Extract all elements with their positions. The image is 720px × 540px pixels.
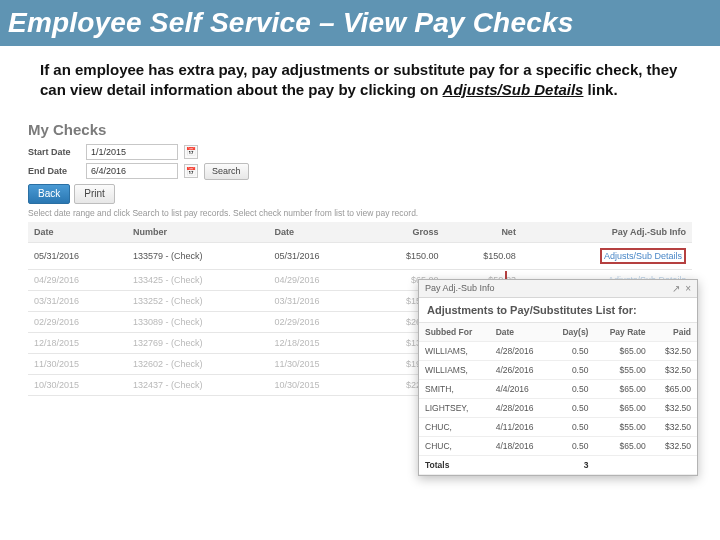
cell-date2: 05/31/2016 (268, 242, 367, 269)
pay-adj-sub-popup: Pay Adj.-Sub Info ↗ × Adjustments to Pay… (418, 279, 698, 476)
adjusts-sub-details-link[interactable]: Adjusts/Sub Details (604, 251, 682, 261)
cell-paid: $32.50 (652, 398, 697, 417)
end-date-row: End Date 📅 Search (28, 163, 692, 180)
end-date-input[interactable] (86, 163, 178, 179)
cell-sub-date: 4/28/2016 (490, 341, 549, 360)
cell-sub-date: 4/4/2016 (490, 379, 549, 398)
col-rate: Pay Rate (594, 323, 651, 342)
col-date: Date (28, 222, 127, 243)
col-paid: Paid (652, 323, 697, 342)
cell-paid: $65.00 (652, 379, 697, 398)
cell-subbed-for: WILLIAMS, (419, 341, 490, 360)
cell-sub-date: 4/11/2016 (490, 417, 549, 436)
calendar-icon[interactable]: 📅 (184, 164, 198, 178)
cell-subbed-for: LIGHTSEY, (419, 398, 490, 417)
cell-days: 0.50 (549, 398, 594, 417)
cell-sub-date: 4/18/2016 (490, 436, 549, 455)
popup-titlebar[interactable]: Pay Adj.-Sub Info ↗ × (419, 280, 697, 298)
my-checks-panel: My Checks Start Date 📅 End Date 📅 Search… (28, 121, 692, 396)
cell-date2: 10/30/2015 (268, 374, 367, 395)
desc-link-name: Adjusts/Sub Details (443, 81, 584, 98)
page-description: If an employee has extra pay, pay adjust… (0, 46, 720, 111)
start-date-input[interactable] (86, 144, 178, 160)
cell-date2: 11/30/2015 (268, 353, 367, 374)
col-info: Pay Adj.-Sub Info (522, 222, 692, 243)
table-row[interactable]: 05/31/2016133579 - (Check)05/31/2016$150… (28, 242, 692, 269)
cell-number: 132437 - (Check) (127, 374, 268, 395)
cell-date2: 03/31/2016 (268, 290, 367, 311)
totals-row: Totals3 (419, 455, 697, 474)
table-row: WILLIAMS,4/26/20160.50$55.00$32.50 (419, 360, 697, 379)
calendar-icon[interactable]: 📅 (184, 145, 198, 159)
cell-date: 10/30/2015 (28, 374, 127, 395)
col-date2: Date (268, 222, 367, 243)
cell-rate: $65.00 (594, 379, 651, 398)
print-button[interactable]: Print (74, 184, 115, 204)
cell-number: 132602 - (Check) (127, 353, 268, 374)
substitutes-table: Subbed For Date Day(s) Pay Rate Paid WIL… (419, 323, 697, 475)
cell-info: Adjusts/Sub Details (522, 242, 692, 269)
col-net: Net (445, 222, 522, 243)
cell-date: 05/31/2016 (28, 242, 127, 269)
cell-date: 12/18/2015 (28, 332, 127, 353)
close-icon[interactable]: × (685, 283, 691, 294)
cell-date2: 02/29/2016 (268, 311, 367, 332)
cell-number: 133252 - (Check) (127, 290, 268, 311)
cell-days: 0.50 (549, 341, 594, 360)
cell-number: 133089 - (Check) (127, 311, 268, 332)
cell-number: 133425 - (Check) (127, 269, 268, 290)
cell-days: 0.50 (549, 436, 594, 455)
cell-subbed-for: CHUC, (419, 417, 490, 436)
cell-rate: $55.00 (594, 417, 651, 436)
panel-heading: My Checks (28, 121, 692, 138)
start-date-label: Start Date (28, 147, 80, 157)
cell-date2: 04/29/2016 (268, 269, 367, 290)
popup-subtitle: Adjustments to Pay/Substitutes List for: (419, 298, 697, 323)
back-button[interactable]: Back (28, 184, 70, 204)
search-button[interactable]: Search (204, 163, 249, 180)
popup-title-text: Pay Adj.-Sub Info (425, 283, 495, 293)
cell-date: 11/30/2015 (28, 353, 127, 374)
end-date-label: End Date (28, 166, 80, 176)
cell-date: 04/29/2016 (28, 269, 127, 290)
cell-rate: $65.00 (594, 341, 651, 360)
cell-paid: $32.50 (652, 417, 697, 436)
cell-gross: $150.00 (367, 242, 444, 269)
cell-paid: $32.50 (652, 436, 697, 455)
table-row: LIGHTSEY,4/28/20160.50$65.00$32.50 (419, 398, 697, 417)
table-row: CHUC,4/18/20160.50$65.00$32.50 (419, 436, 697, 455)
cell-date: 03/31/2016 (28, 290, 127, 311)
cell-date: 02/29/2016 (28, 311, 127, 332)
col-gross: Gross (367, 222, 444, 243)
page-title: Employee Self Service – View Pay Checks (0, 0, 720, 46)
cell-sub-date: 4/28/2016 (490, 398, 549, 417)
totals-days: 3 (549, 455, 594, 474)
helper-text: Select date range and click Search to li… (28, 208, 692, 218)
cell-paid: $32.50 (652, 341, 697, 360)
cell-subbed-for: SMITH, (419, 379, 490, 398)
table-row: WILLIAMS,4/28/20160.50$65.00$32.50 (419, 341, 697, 360)
col-sub-date: Date (490, 323, 549, 342)
cell-rate: $65.00 (594, 436, 651, 455)
cell-number: 133579 - (Check) (127, 242, 268, 269)
button-row: Back Print (28, 184, 692, 204)
table-row: CHUC,4/11/20160.50$55.00$32.50 (419, 417, 697, 436)
totals-label: Totals (419, 455, 490, 474)
cell-days: 0.50 (549, 417, 594, 436)
col-days: Day(s) (549, 323, 594, 342)
cell-days: 0.50 (549, 379, 594, 398)
cell-date2: 12/18/2015 (268, 332, 367, 353)
cell-rate: $55.00 (594, 360, 651, 379)
cell-paid: $32.50 (652, 360, 697, 379)
expand-icon[interactable]: ↗ (672, 283, 680, 294)
cell-subbed-for: CHUC, (419, 436, 490, 455)
cell-subbed-for: WILLIAMS, (419, 360, 490, 379)
col-number: Number (127, 222, 268, 243)
cell-sub-date: 4/26/2016 (490, 360, 549, 379)
start-date-row: Start Date 📅 (28, 144, 692, 160)
cell-number: 132769 - (Check) (127, 332, 268, 353)
desc-text-after: link. (588, 81, 618, 98)
cell-days: 0.50 (549, 360, 594, 379)
cell-net: $150.08 (445, 242, 522, 269)
table-row: SMITH,4/4/20160.50$65.00$65.00 (419, 379, 697, 398)
